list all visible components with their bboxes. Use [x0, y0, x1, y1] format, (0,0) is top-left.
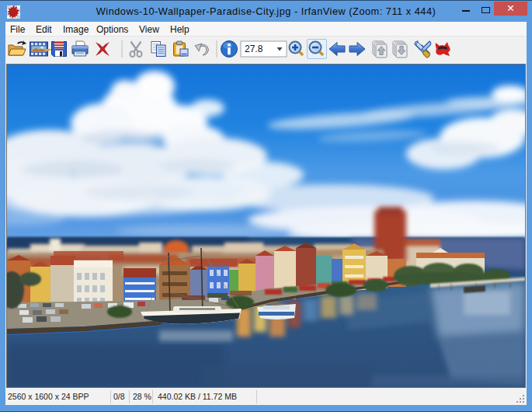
- svg-text:27.8: 27.8: [245, 44, 263, 54]
